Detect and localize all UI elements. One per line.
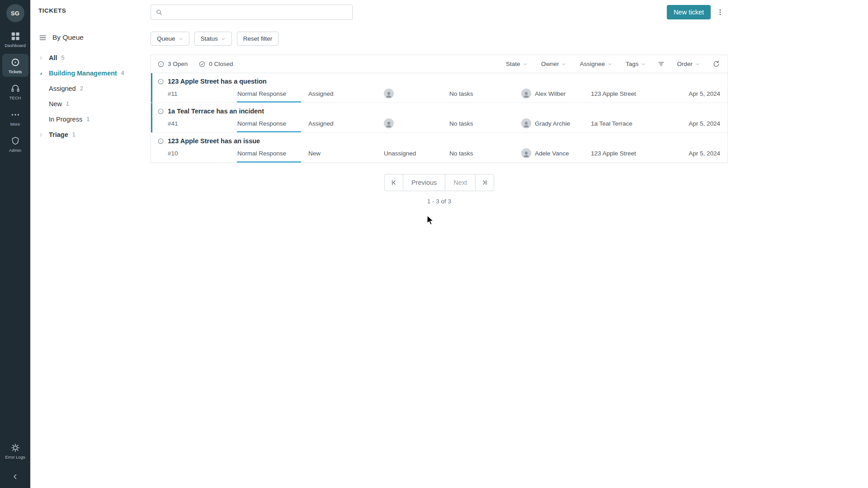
queue-tree: All 5 Building Management 4 Assigned 2 N… bbox=[38, 50, 146, 142]
refresh-icon[interactable] bbox=[712, 60, 720, 68]
ticket-number: #11 bbox=[168, 90, 237, 97]
queue-item-building-management[interactable]: Building Management 4 bbox=[38, 66, 146, 81]
reset-filter-button[interactable]: Reset filter bbox=[237, 32, 279, 46]
chevron-right-icon[interactable] bbox=[38, 132, 49, 137]
main-content: New ticket Queue Status Reset filter bbox=[151, 0, 728, 488]
user-avatar[interactable]: SG bbox=[6, 4, 24, 22]
collapse-sidebar-button[interactable] bbox=[6, 470, 24, 483]
sla-progress-bar bbox=[237, 131, 301, 132]
ticket-date: Apr 5, 2024 bbox=[681, 90, 720, 97]
assignee-sort-control[interactable]: Assignee bbox=[580, 61, 612, 67]
queue-item-count: 2 bbox=[80, 85, 83, 92]
sidebar-item-tech[interactable]: TECH bbox=[2, 80, 28, 103]
ticket-title[interactable]: 123 Apple Street has a question bbox=[168, 78, 267, 85]
reset-filter-label: Reset filter bbox=[243, 35, 273, 42]
open-circle-icon bbox=[157, 108, 164, 115]
filter-icon[interactable] bbox=[657, 60, 665, 68]
chevron-down-icon bbox=[608, 62, 612, 66]
owner-cell: Adele Vance bbox=[521, 148, 591, 158]
new-ticket-button[interactable]: New ticket bbox=[667, 5, 711, 19]
closed-tickets-toggle[interactable]: 0 Closed bbox=[198, 61, 233, 68]
ticket-number: #10 bbox=[168, 150, 237, 157]
sidebar-item-admin[interactable]: Admin bbox=[2, 132, 28, 155]
next-page-button[interactable]: Next bbox=[445, 174, 476, 191]
sidebar-item-label: Dashboard bbox=[5, 43, 25, 48]
previous-page-button[interactable]: Previous bbox=[403, 174, 445, 191]
owner-cell: Alex Wilber bbox=[521, 89, 591, 99]
open-circle-icon bbox=[157, 61, 165, 68]
queue-item-label: Building Management bbox=[49, 70, 117, 77]
open-tickets-toggle[interactable]: 3 Open bbox=[157, 61, 188, 68]
owner-name: Grady Archie bbox=[535, 120, 570, 127]
chevron-right-icon[interactable] bbox=[38, 56, 49, 61]
queue-item-count: 1 bbox=[86, 116, 90, 122]
tasks-label: No tasks bbox=[449, 90, 521, 97]
topbar: New ticket bbox=[151, 3, 728, 22]
owner-cell: Grady Archie bbox=[521, 118, 591, 128]
kebab-icon bbox=[716, 8, 724, 16]
chevron-down-icon bbox=[641, 62, 646, 66]
owner-name: Alex Wilber bbox=[535, 90, 566, 97]
ticket-row[interactable]: 1a Teal Terrace has an incident #41 Norm… bbox=[151, 103, 727, 133]
sidebar-item-label: Admin bbox=[9, 148, 21, 153]
search-input[interactable] bbox=[166, 9, 348, 16]
tickets-icon bbox=[10, 57, 20, 67]
last-page-icon bbox=[481, 179, 488, 186]
open-circle-icon bbox=[157, 78, 164, 85]
state-sort-control[interactable]: State bbox=[506, 61, 528, 67]
ticket-title[interactable]: 123 Apple Street has an issue bbox=[168, 137, 260, 145]
chevron-down-icon bbox=[179, 37, 183, 41]
chevron-down-icon bbox=[523, 62, 528, 66]
ticket-title[interactable]: 1a Teal Terrace has an incident bbox=[168, 108, 264, 115]
tags-label: Tags bbox=[626, 61, 639, 67]
headset-icon bbox=[10, 84, 20, 94]
order-label: Order bbox=[677, 61, 693, 67]
first-page-button[interactable] bbox=[384, 174, 403, 191]
tags-sort-control[interactable]: Tags bbox=[626, 61, 646, 67]
queue-item-all[interactable]: All 5 bbox=[38, 50, 146, 66]
owner-sort-control[interactable]: Owner bbox=[541, 61, 566, 67]
sla-progress-bar bbox=[237, 161, 301, 163]
status-filter-button[interactable]: Status bbox=[194, 32, 232, 46]
chevron-down-icon bbox=[695, 62, 700, 66]
sidebar-item-tickets[interactable]: Tickets bbox=[2, 54, 28, 77]
open-circle-icon bbox=[157, 138, 164, 145]
chevron-down-icon bbox=[561, 62, 566, 66]
app-rail: SG Dashboard Tickets TECH More Admin bbox=[0, 0, 30, 488]
queue-item-in-progress[interactable]: In Progress 1 bbox=[38, 112, 146, 127]
more-options-button[interactable] bbox=[712, 5, 728, 20]
first-page-icon bbox=[390, 179, 397, 186]
status-filter-label: Status bbox=[201, 35, 218, 42]
state-label: State bbox=[506, 61, 520, 67]
by-queue-header[interactable]: By Queue bbox=[38, 33, 146, 42]
order-control[interactable]: Order bbox=[677, 61, 700, 67]
ticket-number: #41 bbox=[168, 120, 237, 127]
queue-filter-button[interactable]: Queue bbox=[151, 32, 189, 46]
list-icon bbox=[38, 33, 47, 42]
queue-item-assigned[interactable]: Assigned 2 bbox=[38, 81, 146, 96]
ticket-location: 1a Teal Terrace bbox=[591, 120, 681, 127]
sidebar-item-label: More bbox=[10, 122, 20, 127]
page-title: TICKETS bbox=[38, 7, 146, 14]
ticket-row[interactable]: 123 Apple Street has an issue #10 Normal… bbox=[151, 133, 727, 163]
sidebar-item-label: TECH bbox=[9, 95, 21, 100]
ticket-state: Assigned bbox=[308, 120, 384, 127]
sla-label: Normal Response bbox=[237, 120, 308, 127]
ellipsis-icon bbox=[10, 110, 20, 120]
sidebar-item-dashboard[interactable]: Dashboard bbox=[2, 28, 28, 51]
last-page-button[interactable] bbox=[475, 174, 494, 191]
owner-name: Adele Vance bbox=[535, 150, 569, 157]
queue-item-triage[interactable]: Triage 1 bbox=[38, 127, 146, 142]
ticket-state: Assigned bbox=[308, 90, 384, 97]
assignee-cell bbox=[384, 89, 449, 99]
pagination: Previous Next bbox=[151, 174, 728, 191]
search-box[interactable] bbox=[151, 5, 353, 20]
queue-item-new[interactable]: New 1 bbox=[38, 96, 146, 112]
ticket-row[interactable]: 123 Apple Street has a question #11 Norm… bbox=[151, 73, 727, 103]
queue-item-label: New bbox=[49, 100, 62, 108]
sla-label: Normal Response bbox=[237, 150, 308, 157]
queue-item-count: 5 bbox=[61, 55, 65, 61]
sidebar-item-error-logs[interactable]: Error Logs bbox=[2, 439, 28, 462]
chevron-expanded-icon[interactable] bbox=[38, 71, 49, 76]
sidebar-item-more[interactable]: More bbox=[2, 106, 28, 129]
